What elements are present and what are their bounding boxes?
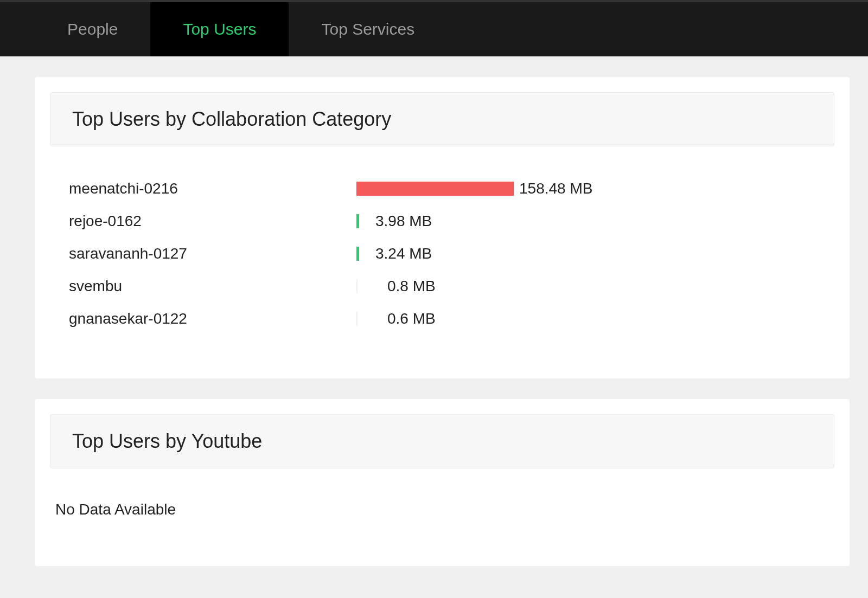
data-bar — [356, 182, 514, 196]
user-label: gnanasekar-0122 — [69, 310, 356, 327]
panel-collab-rows: meenatchi-0216158.48 MBrejoe-01623.98 MB… — [50, 179, 834, 363]
tab-bar: People Top Users Top Services — [0, 2, 868, 56]
table-row: svembu0.8 MB — [69, 277, 815, 296]
user-label: saravananh-0127 — [69, 245, 356, 262]
panel-collab-title: Top Users by Collaboration Category — [50, 92, 834, 146]
bar-area: 158.48 MB — [356, 180, 815, 197]
axis-tick — [356, 279, 358, 293]
panel-youtube: Top Users by Youtube No Data Available — [35, 399, 850, 566]
tab-top-services[interactable]: Top Services — [289, 2, 447, 56]
bar-area: 0.6 MB — [356, 310, 815, 327]
tab-label: People — [67, 20, 118, 38]
panel-youtube-title: Top Users by Youtube — [50, 414, 834, 468]
tab-people[interactable]: People — [35, 2, 150, 56]
data-bar — [356, 214, 359, 228]
value-label: 0.6 MB — [387, 310, 436, 327]
bar-area: 3.98 MB — [356, 213, 815, 230]
data-bar — [356, 247, 359, 261]
user-label: svembu — [69, 278, 356, 295]
tab-top-users[interactable]: Top Users — [150, 2, 289, 56]
table-row: meenatchi-0216158.48 MB — [69, 179, 815, 198]
bar-area: 0.8 MB — [356, 278, 815, 295]
panel-collab: Top Users by Collaboration Category meen… — [35, 77, 850, 378]
user-label: rejoe-0162 — [69, 213, 356, 230]
table-row: gnanasekar-01220.6 MB — [69, 309, 815, 329]
tab-label: Top Services — [321, 20, 414, 38]
table-row: saravananh-01273.24 MB — [69, 244, 815, 263]
value-label: 3.98 MB — [375, 213, 432, 230]
value-label: 3.24 MB — [375, 245, 432, 262]
user-label: meenatchi-0216 — [69, 180, 356, 197]
bar-area: 3.24 MB — [356, 245, 815, 262]
panel-youtube-no-data: No Data Available — [50, 501, 834, 551]
value-label: 0.8 MB — [387, 278, 436, 295]
value-label: 158.48 MB — [519, 180, 592, 197]
tab-label: Top Users — [183, 20, 256, 38]
axis-tick — [356, 312, 358, 326]
table-row: rejoe-01623.98 MB — [69, 211, 815, 231]
